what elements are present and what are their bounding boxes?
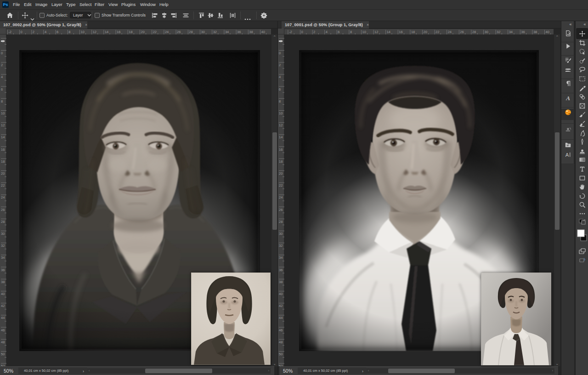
svg-text:-2: -2 bbox=[8, 30, 11, 34]
svg-text:8: 8 bbox=[68, 30, 70, 34]
svg-text:46: 46 bbox=[279, 328, 283, 332]
svg-text:20: 20 bbox=[279, 171, 283, 176]
svg-text:26: 26 bbox=[177, 30, 181, 34]
svg-text:0: 0 bbox=[279, 51, 281, 55]
svg-text:50: 50 bbox=[1, 352, 5, 356]
svg-text:30: 30 bbox=[1, 232, 5, 236]
svg-text:48: 48 bbox=[279, 340, 283, 344]
svg-text:30: 30 bbox=[279, 232, 283, 236]
svg-text:24: 24 bbox=[165, 30, 169, 34]
svg-text:34: 34 bbox=[225, 30, 229, 34]
svg-text:6: 6 bbox=[1, 87, 3, 91]
svg-text:8: 8 bbox=[1, 99, 3, 103]
svg-text:36: 36 bbox=[237, 30, 241, 34]
svg-text:18: 18 bbox=[411, 30, 415, 34]
svg-text:22: 22 bbox=[1, 183, 5, 188]
svg-text:A: A bbox=[565, 95, 570, 102]
svg-text:30: 30 bbox=[485, 30, 488, 34]
svg-text:0: 0 bbox=[21, 30, 23, 34]
svg-text:40: 40 bbox=[261, 30, 265, 34]
svg-text:40: 40 bbox=[279, 292, 283, 296]
svg-text:-2: -2 bbox=[289, 30, 292, 34]
svg-text:22: 22 bbox=[153, 30, 157, 34]
svg-text:4: 4 bbox=[326, 30, 328, 34]
svg-text:26: 26 bbox=[1, 208, 5, 212]
svg-text:0: 0 bbox=[301, 30, 303, 34]
svg-text:34: 34 bbox=[509, 30, 513, 34]
svg-text:28: 28 bbox=[1, 220, 5, 224]
svg-text:24: 24 bbox=[279, 195, 283, 199]
svg-text:8: 8 bbox=[279, 99, 281, 103]
svg-text:24: 24 bbox=[448, 30, 452, 34]
svg-text:4: 4 bbox=[1, 75, 3, 79]
svg-text:48: 48 bbox=[1, 340, 5, 344]
svg-text:2: 2 bbox=[1, 63, 3, 67]
svg-text:14: 14 bbox=[105, 30, 108, 34]
svg-text:22: 22 bbox=[435, 30, 439, 34]
svg-text:14: 14 bbox=[279, 135, 283, 139]
svg-text:8: 8 bbox=[350, 30, 352, 34]
svg-text:6: 6 bbox=[338, 30, 339, 34]
svg-text:10: 10 bbox=[362, 30, 366, 34]
svg-text:40: 40 bbox=[546, 30, 549, 34]
svg-text:16: 16 bbox=[117, 30, 120, 34]
svg-text:A: A bbox=[565, 152, 569, 158]
svg-text:32: 32 bbox=[279, 244, 283, 248]
svg-text:18: 18 bbox=[1, 159, 5, 164]
svg-text:36: 36 bbox=[1, 268, 5, 272]
svg-text:26: 26 bbox=[460, 30, 464, 34]
svg-text:16: 16 bbox=[1, 148, 5, 152]
svg-text:2: 2 bbox=[279, 63, 281, 67]
svg-text:4: 4 bbox=[45, 30, 46, 34]
svg-text:42: 42 bbox=[279, 304, 283, 308]
svg-text:6: 6 bbox=[57, 30, 58, 34]
svg-text:28: 28 bbox=[279, 220, 283, 224]
svg-text:10: 10 bbox=[1, 111, 5, 115]
svg-text:30: 30 bbox=[201, 30, 205, 34]
svg-text:50: 50 bbox=[279, 352, 283, 356]
svg-text:20: 20 bbox=[141, 30, 145, 34]
svg-text:22: 22 bbox=[279, 183, 283, 188]
svg-text:32: 32 bbox=[213, 30, 217, 34]
svg-text:36: 36 bbox=[279, 268, 283, 272]
svg-text:26: 26 bbox=[279, 208, 283, 212]
svg-text:44: 44 bbox=[1, 316, 5, 320]
svg-text:38: 38 bbox=[249, 30, 253, 34]
svg-text:16: 16 bbox=[279, 148, 283, 152]
svg-text:28: 28 bbox=[189, 30, 192, 34]
svg-text:32: 32 bbox=[497, 30, 500, 34]
svg-text:34: 34 bbox=[1, 256, 5, 260]
svg-text:20: 20 bbox=[1, 171, 5, 176]
svg-text:16: 16 bbox=[399, 30, 402, 34]
svg-text:34: 34 bbox=[279, 256, 283, 260]
svg-text:18: 18 bbox=[279, 159, 283, 164]
svg-text:10: 10 bbox=[279, 111, 283, 115]
svg-text:4: 4 bbox=[279, 75, 281, 79]
svg-text:42: 42 bbox=[1, 304, 5, 308]
svg-text:2: 2 bbox=[313, 30, 315, 34]
svg-text:14: 14 bbox=[1, 135, 5, 139]
svg-text:12: 12 bbox=[374, 30, 378, 34]
svg-text:12: 12 bbox=[1, 123, 5, 127]
svg-text:24: 24 bbox=[1, 195, 5, 199]
svg-text:12: 12 bbox=[279, 123, 283, 127]
svg-text:14: 14 bbox=[387, 30, 390, 34]
svg-text:46: 46 bbox=[1, 328, 5, 332]
svg-text:6: 6 bbox=[279, 87, 281, 91]
svg-text:32: 32 bbox=[1, 244, 5, 248]
svg-text:20: 20 bbox=[424, 30, 427, 34]
svg-text:36: 36 bbox=[521, 30, 525, 34]
svg-text:10: 10 bbox=[81, 30, 85, 34]
svg-text:18: 18 bbox=[129, 30, 132, 34]
svg-text:0: 0 bbox=[1, 51, 3, 55]
svg-text:28: 28 bbox=[472, 30, 476, 34]
svg-text:12: 12 bbox=[93, 30, 96, 34]
svg-text:2: 2 bbox=[33, 30, 34, 34]
svg-text:40: 40 bbox=[1, 292, 5, 296]
svg-text:38: 38 bbox=[1, 280, 5, 284]
svg-text:44: 44 bbox=[279, 316, 283, 320]
svg-text:38: 38 bbox=[279, 280, 283, 284]
svg-text:38: 38 bbox=[533, 30, 537, 34]
